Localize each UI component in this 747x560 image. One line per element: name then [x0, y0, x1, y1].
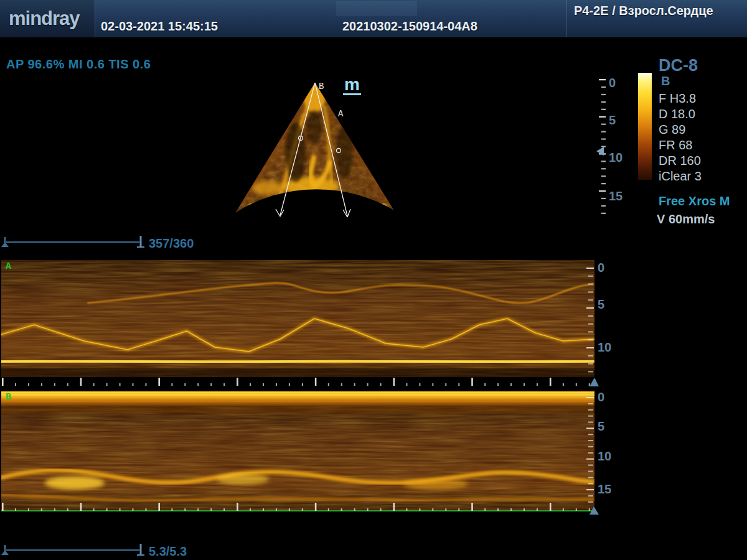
tick [458, 508, 459, 511]
time-counter: 5.3/5.3 [149, 544, 187, 559]
tick [432, 508, 433, 511]
tick [328, 508, 329, 511]
time-scale-a [2, 378, 590, 386]
tick [406, 508, 407, 511]
mline-a-label: A [338, 109, 343, 119]
cine-progress-bar[interactable] [1, 236, 144, 247]
tick [586, 268, 594, 269]
tick [586, 427, 594, 429]
tick [484, 383, 486, 386]
frame-counter: 357/360 [149, 236, 194, 251]
tick [158, 503, 160, 511]
tick [484, 508, 486, 511]
tick [589, 508, 590, 511]
tick [586, 397, 594, 398]
panel-a-label: A [6, 261, 11, 272]
tick [158, 378, 160, 386]
tick [599, 116, 606, 118]
tick [54, 508, 55, 511]
tick [601, 94, 606, 95]
topbar-divider [566, 0, 567, 37]
tick [588, 363, 593, 365]
tick [588, 434, 593, 435]
tick [586, 489, 594, 490]
tick [588, 416, 593, 417]
tick [302, 383, 303, 386]
tick [589, 383, 590, 386]
tick [145, 508, 146, 511]
tick [588, 299, 593, 301]
tick [276, 383, 277, 386]
tick [41, 383, 42, 386]
mode-label: B [661, 74, 670, 88]
tick [588, 495, 593, 497]
tick [54, 383, 55, 386]
tick [184, 383, 186, 386]
topbar-divider [95, 0, 95, 37]
tick [588, 477, 593, 478]
top-bar: mindray 02-03-2021 15:45:15 20210302-150… [0, 0, 747, 39]
tick [510, 508, 512, 511]
tick [588, 355, 593, 357]
param-gain: G 89 [659, 122, 702, 138]
tick [550, 378, 552, 386]
tick [210, 508, 212, 511]
tick [367, 383, 369, 386]
mmode-trace-a [0, 260, 594, 377]
tick [601, 213, 606, 214]
probe-preset[interactable]: P4-2E / Взросл.Сердце [574, 4, 713, 18]
tick [588, 483, 593, 484]
tick [588, 421, 593, 422]
tick [419, 508, 420, 511]
tick [15, 383, 16, 386]
tick [601, 161, 606, 162]
tick [419, 383, 420, 386]
sweep-marker-a-icon [590, 378, 599, 386]
tick [601, 168, 606, 169]
tick [550, 503, 552, 511]
tick [586, 347, 594, 348]
panel-b-label: B [6, 392, 11, 403]
tick [380, 383, 382, 386]
tick [367, 508, 369, 511]
tick [588, 502, 593, 503]
tick [302, 508, 303, 511]
tick [588, 315, 593, 317]
tick [328, 383, 329, 386]
tick [197, 383, 199, 386]
tick [601, 138, 606, 139]
acoustic-output-readout: AP 96.6% MI 0.6 TIS 0.6 [6, 57, 151, 72]
imaging-params: F H3.8 D 18.0 G 89 FR 68 DR 160 iClear 3 [659, 91, 702, 184]
tick [133, 383, 134, 386]
tick [601, 86, 606, 88]
tick [588, 440, 593, 441]
param-framerate: FR 68 [659, 138, 702, 153]
tick [250, 508, 251, 511]
topbar-highlight [336, 1, 417, 16]
tick [120, 508, 121, 511]
tick [315, 378, 317, 386]
tick [599, 79, 606, 80]
time-progress-bar[interactable] [1, 544, 144, 555]
sweep-speed: V 60mm/s [657, 212, 715, 226]
tick [28, 508, 29, 511]
mline-b-label: B [319, 82, 324, 91]
tick [588, 291, 593, 292]
system-name: DC-8 [659, 56, 698, 75]
tick [380, 508, 382, 511]
tick [599, 190, 606, 192]
tick [601, 124, 606, 125]
tick [263, 508, 264, 511]
tick [601, 183, 606, 184]
tick [223, 383, 225, 386]
param-iclear: iClear 3 [659, 169, 702, 184]
tick [524, 383, 525, 386]
tick [276, 508, 277, 511]
tick [184, 508, 186, 511]
free-xros-m-label: Free Xros M [659, 194, 730, 208]
ultrasound-screen: mindray 02-03-2021 15:45:15 20210302-150… [0, 0, 747, 560]
tick [106, 383, 108, 386]
tick [563, 508, 564, 511]
param-dynamic-range: DR 160 [659, 153, 702, 169]
tick [93, 383, 95, 386]
